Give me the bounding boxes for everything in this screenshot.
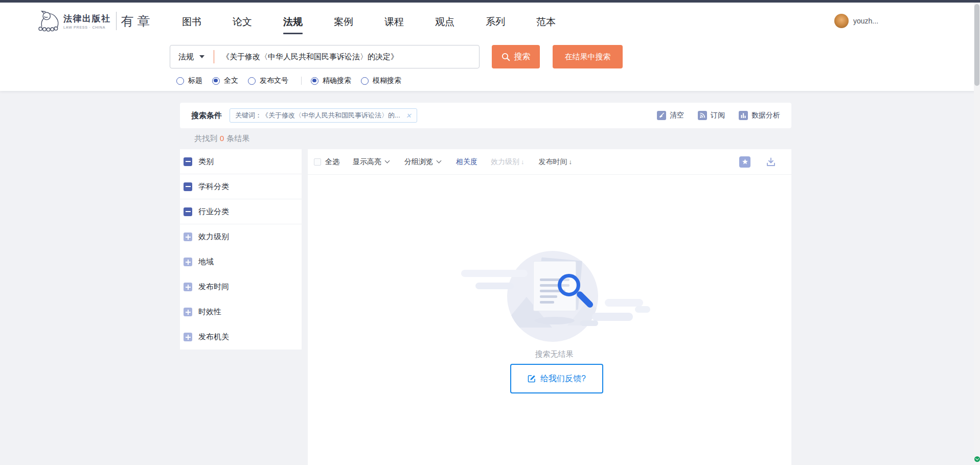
bar-chart-icon — [739, 111, 748, 120]
user-name: youzh... — [853, 17, 878, 25]
scrollbar-thumb[interactable] — [974, 4, 979, 86]
cloud-shape — [475, 283, 514, 289]
search-options-row: 标题 全文 发布文号 精确搜索 模糊搜索 — [176, 76, 411, 85]
brand-divider — [116, 12, 117, 30]
plus-icon — [184, 308, 192, 316]
search-icon — [502, 53, 510, 61]
nav-item-templates[interactable]: 范本 — [536, 15, 556, 34]
nav-item-viewpoints[interactable]: 观点 — [435, 15, 454, 34]
download-button[interactable] — [766, 157, 776, 167]
cloud-shape — [461, 270, 528, 277]
feedback-button[interactable]: 给我们反馈? — [510, 364, 603, 393]
subscribe-button[interactable]: 订阅 — [698, 111, 725, 120]
search-category-select[interactable]: 法规 — [170, 52, 214, 62]
search-row: 法规 搜索 在结果中搜索 — [170, 45, 623, 68]
chevron-down-icon — [385, 158, 390, 164]
no-results-message: 搜索无结果 — [443, 350, 666, 359]
results-panel: 全选 显示高亮 分组浏览 相关度 效力级别 ↓ 发布时间 ↓ — [308, 149, 791, 465]
plus-icon — [184, 258, 192, 266]
star-icon — [742, 158, 748, 165]
nav-item-books[interactable]: 图书 — [182, 15, 201, 34]
nav-item-cases[interactable]: 案例 — [334, 15, 353, 34]
filter-category[interactable]: 类别 — [180, 149, 302, 174]
keyword-tag: 关键词：《关于修改〈中华人民共和国民事诉讼法〉的... — [230, 108, 417, 123]
sort-relevance[interactable]: 相关度 — [456, 157, 477, 167]
minus-icon — [184, 182, 192, 191]
chevron-down-icon — [437, 158, 442, 164]
results-toolbar: 全选 显示高亮 分组浏览 相关度 效力级别 ↓ 发布时间 ↓ — [308, 149, 791, 175]
search-conditions-bar: 搜索条件 关键词：《关于修改〈中华人民共和国民事诉讼法〉的... 清空 — [180, 103, 791, 128]
search-input[interactable] — [214, 46, 479, 67]
show-highlight-dropdown[interactable]: 显示高亮 — [353, 157, 389, 167]
keyword-tag-text: 关键词：《关于修改〈中华人民共和国民事诉讼法〉的... — [235, 111, 400, 120]
scroll-indicator-icon[interactable] — [974, 456, 980, 462]
favorite-button[interactable] — [739, 156, 750, 168]
group-browse-dropdown[interactable]: 分组浏览 — [404, 157, 441, 167]
plus-icon — [184, 333, 192, 341]
select-all-checkbox[interactable] — [314, 158, 321, 166]
scope-radio-fulltext[interactable]: 全文 — [212, 76, 238, 85]
sort-effect-level[interactable]: 效力级别 ↓ — [491, 157, 525, 167]
filter-validity[interactable]: 时效性 — [180, 299, 302, 324]
brand-logo[interactable]: 法律出版社 LAW PRESS · CHINA 有章 — [38, 8, 154, 34]
brand-name-en: LAW PRESS · CHINA — [63, 26, 111, 29]
filter-issuing-authority[interactable]: 发布机关 — [180, 324, 302, 350]
filter-subject[interactable]: 学科分类 — [180, 174, 302, 199]
search-button[interactable]: 搜索 — [492, 45, 540, 68]
top-strip — [0, 0, 980, 3]
radio-group-divider — [301, 77, 302, 85]
scope-radio-doc-number[interactable]: 发布文号 — [248, 76, 288, 85]
broom-icon — [657, 111, 666, 120]
header: 法律出版社 LAW PRESS · CHINA 有章 图书 论文 法规 案例 课… — [0, 3, 980, 91]
product-name: 有章 — [121, 13, 154, 30]
user-avatar[interactable] — [834, 14, 849, 28]
radio-icon — [176, 77, 184, 85]
result-count-summary: 共找到0条结果 — [194, 134, 249, 144]
filter-publish-date[interactable]: 发布时间 — [180, 274, 302, 299]
filter-region[interactable]: 地域 — [180, 249, 302, 274]
download-icon — [766, 157, 776, 167]
clear-conditions-button[interactable]: 清空 — [657, 111, 684, 120]
close-icon[interactable] — [406, 112, 412, 119]
filter-effect-level[interactable]: 效力级别 — [180, 224, 302, 249]
caret-down-icon — [199, 55, 204, 58]
nav-item-courses[interactable]: 课程 — [384, 15, 404, 34]
radio-selected-icon — [212, 77, 220, 85]
main-nav: 图书 论文 法规 案例 课程 观点 系列 范本 — [182, 15, 556, 34]
rss-icon — [698, 111, 707, 120]
nav-item-series[interactable]: 系列 — [486, 15, 505, 34]
mode-radio-exact[interactable]: 精确搜索 — [311, 76, 351, 85]
select-all-label[interactable]: 全选 — [325, 157, 339, 167]
lawpress-lion-icon — [38, 10, 60, 32]
cloud-shape — [580, 320, 598, 326]
sort-publish-date[interactable]: 发布时间 ↓ — [539, 157, 573, 167]
arrow-down-icon: ↓ — [521, 158, 525, 166]
cloud-shape — [605, 299, 643, 307]
search-in-results-button[interactable]: 在结果中搜索 — [553, 45, 623, 68]
data-analysis-button[interactable]: 数据分析 — [739, 111, 780, 120]
radio-selected-icon — [311, 77, 318, 85]
filter-industry[interactable]: 行业分类 — [180, 199, 302, 224]
plus-icon — [184, 232, 192, 241]
cloud-shape — [635, 306, 650, 313]
mode-radio-fuzzy[interactable]: 模糊搜索 — [361, 76, 401, 85]
nav-item-regulations[interactable]: 法规 — [283, 15, 303, 34]
search-box: 法规 — [170, 45, 480, 68]
brand-name-cn: 法律出版社 — [63, 13, 111, 25]
result-count: 0 — [217, 134, 226, 143]
edit-icon — [528, 375, 536, 383]
scrollbar[interactable] — [974, 0, 980, 465]
minus-icon — [184, 157, 192, 166]
nav-item-papers[interactable]: 论文 — [233, 15, 252, 34]
scope-radio-title[interactable]: 标题 — [176, 76, 202, 85]
filter-sidebar: 类别 学科分类 行业分类 效力级别 地域 发布时间 时效性 发布机关 — [180, 149, 302, 350]
active-tab-underline — [283, 33, 303, 34]
document-shadow — [535, 317, 575, 324]
radio-icon — [361, 77, 369, 85]
minus-icon — [184, 207, 192, 216]
radio-icon — [248, 77, 256, 85]
plus-icon — [184, 283, 192, 291]
cloud-shape — [592, 313, 633, 321]
arrow-down-icon: ↓ — [569, 158, 573, 166]
user-menu[interactable]: youzh... — [834, 14, 878, 28]
